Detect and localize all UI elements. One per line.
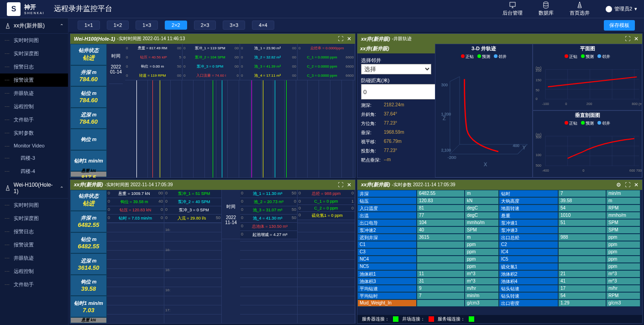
chevron-up-icon: ⌃ — [60, 23, 63, 28]
grid-layout-button[interactable]: 2×3 — [194, 21, 216, 30]
sidebar-item[interactable]: 远程控制 — [0, 100, 68, 113]
close-icon[interactable]: ✕ — [634, 182, 639, 188]
grid-layout-button[interactable]: 3×3 — [223, 21, 245, 30]
svg-text:300: 300 — [535, 135, 541, 139]
table-row: 出温77degC悬重1010mmho/m — [357, 212, 642, 219]
sidebar-item[interactable]: 报警设置 — [0, 73, 68, 87]
sidebar-item[interactable]: 远程控制 — [0, 265, 68, 278]
info-row: 垂深:1968.59m — [361, 130, 431, 136]
panel-realtime-time-2: xx井(新井眼) -实时时间图 2022-11-14 17:05:39 ⛶ ✕ … — [70, 179, 356, 324]
nav-select-well[interactable]: 首页选井 — [570, 1, 590, 16]
table-row: 池体积331m^3池体积441m^3 — [357, 278, 642, 285]
grid-layout-button[interactable]: 2×2 — [165, 21, 187, 30]
sidebar-item[interactable]: 报警日志 — [0, 225, 68, 238]
param-label: 钻位 m6482.55 — [70, 232, 107, 254]
sidebar-item[interactable]: 四楼-3 — [0, 152, 68, 165]
param-label: 井深 m6482.55 — [70, 211, 107, 232]
svg-text:800 (m): 800 (m) — [632, 102, 642, 106]
sidebar-item[interactable]: Monitor Video — [0, 140, 68, 152]
chart-plan-view[interactable]: 平面图 正钻预测邻井 (m) 250150500 -1000200800 (m) — [533, 44, 642, 110]
sidebar-item[interactable]: 文件助手 — [0, 278, 68, 291]
sidebar-item[interactable]: 实时深度图 — [0, 47, 68, 60]
app-title: 远程录井监控平台 — [54, 4, 112, 14]
table-row: 池体积111m^3池体积221m^3 — [357, 270, 642, 278]
expand-icon[interactable]: ⛶ — [338, 182, 343, 188]
grid-layout-button[interactable]: 1×2 — [107, 21, 129, 30]
svg-text:150: 150 — [535, 78, 541, 82]
param-label: 井深 m784.60 — [70, 65, 107, 87]
user-menu[interactable]: 管理员2 ▾ — [606, 5, 637, 12]
neighbor-select[interactable]: 选择 — [361, 64, 431, 74]
strip-chart[interactable]: 0悬重 = 1009.7 kN000钩位 = 39.58 m400钻压 = 12… — [107, 190, 355, 324]
sidebar-item[interactable]: 报警日志 — [0, 60, 68, 73]
panel-header: xx井(新井眼) -实时时间图 2022-11-14 17:05:39 ⛶ ✕ — [70, 180, 355, 190]
svg-point-1 — [544, 2, 548, 4]
nav-admin[interactable]: 后台管理 — [503, 1, 523, 16]
param-label: 悬重 kN — [70, 317, 107, 323]
grid-layout-button[interactable]: 1×3 — [136, 21, 158, 30]
svg-text:100: 100 — [535, 153, 541, 157]
table-row: NC4ppmIC5ppm — [357, 256, 642, 263]
expand-icon[interactable]: ⛶ — [625, 182, 630, 188]
expand-icon[interactable]: ⛶ — [338, 36, 343, 42]
sidebar-item[interactable]: 四楼-4 — [0, 165, 68, 178]
param-label: 钻井状态钻进 — [70, 44, 107, 65]
collision-dist-label: 防碰距离(米) — [361, 77, 431, 84]
sidebar-item[interactable]: 实时参数 — [0, 126, 68, 140]
logo-icon: S — [7, 2, 21, 16]
close-icon[interactable]: ✕ — [347, 36, 351, 42]
neighbor-label: 选择邻井 — [361, 57, 431, 64]
gear-icon[interactable]: ⚙ — [616, 182, 621, 188]
sidebar-item[interactable]: 文件助手 — [0, 113, 68, 126]
expand-icon[interactable]: ⛶ — [625, 36, 630, 42]
sidebar-item[interactable]: 实时时间图 — [0, 34, 68, 47]
logo: S 神开 SHENKAI — [7, 2, 45, 16]
rig-icon — [576, 1, 583, 9]
svg-text:250: 250 — [535, 68, 541, 73]
sidebar-group[interactable]: Wei-H100(Hole-1)⌃ — [0, 178, 68, 199]
param-labels: 钻井状态钻进井深 m6482.55钻位 m6482.55迟深 m3614.50钩… — [70, 190, 107, 324]
svg-text:1,200: 1,200 — [441, 112, 451, 116]
nav-database[interactable]: 数据库 — [539, 1, 554, 16]
param-label: 悬重 kN817.5 — [70, 171, 107, 177]
monitor-icon — [509, 1, 516, 9]
sidebar-item[interactable]: 实时时间图 — [0, 199, 68, 212]
table-row: 出口电导104mmho/m泵冲速151SPM — [357, 219, 642, 226]
param-label: 钻时1 min/m7.03 — [70, 296, 107, 317]
table-row: 入口温度81degC地面转速54RPM — [357, 204, 642, 212]
sidebar: xx井(新井眼)⌃实时时间图实时深度图报警日志报警设置井眼轨迹远程控制文件助手实… — [0, 18, 68, 325]
close-icon[interactable]: ✕ — [347, 182, 351, 188]
svg-text:200: 200 — [586, 102, 592, 106]
sidebar-item[interactable]: 实时深度图 — [0, 212, 68, 225]
grid-toolbar: 1×11×21×32×22×33×34×4保存模板 — [68, 18, 644, 32]
logo-text: 神开 — [24, 3, 45, 11]
svg-text:-400: -400 — [542, 168, 549, 173]
chart-3d-trajectory[interactable]: 3-D 井轨迹 正钻预测邻井 -200 X Z Y — [435, 44, 533, 178]
svg-text:0: 0 — [582, 168, 584, 173]
strip-chart[interactable]: 0悬重 = 817.49 RM000钻压 = 40.56 kIP50钩位 = 0… — [125, 44, 355, 178]
svg-text:-100: -100 — [542, 102, 549, 106]
info-row: 井斜角:37.64° — [361, 111, 431, 118]
svg-text:Y: Y — [523, 145, 526, 150]
param-label: 钻位 m784.60 — [70, 86, 107, 108]
table-row: 井深6482.55m钻时7min/m — [357, 190, 642, 197]
chart-vertical-section[interactable]: 垂直剖面图 正钻预测邻井 (m) 300100500 -4000600 700 … — [533, 110, 642, 177]
sidebar-group[interactable]: xx井(新井眼)⌃ — [0, 18, 68, 34]
panel-header: xx井(新井眼) -实时参数 2022-11-14 17:05:39 ⚙ ⛶ ✕ — [357, 180, 642, 190]
time-axis: 时间202211-14 — [222, 190, 240, 324]
param-labels: 钻井状态钻进井深 m784.60钻位 m784.60迟深 m784.60钩位 m… — [70, 44, 107, 178]
sidebar-item[interactable]: 井眼轨迹 — [0, 252, 68, 265]
params-table: 井深6482.55m钻时7min/m钻压120.83kN大钩高度39.58m入口… — [357, 190, 642, 315]
collision-dist-input[interactable] — [361, 84, 443, 100]
save-template-button[interactable]: 保存模板 — [604, 20, 635, 31]
status-field-indicator — [429, 316, 434, 322]
panel-header: Wei-H100(Hole-1) -实时时间图 2022-01-14 11:46… — [70, 34, 355, 44]
info-row: 方位角:77.23° — [361, 121, 431, 127]
sidebar-item[interactable]: 报警设置 — [0, 238, 68, 252]
grid-layout-button[interactable]: 1×1 — [78, 21, 100, 30]
well-name: xx井(新井眼) — [357, 44, 435, 53]
sidebar-item[interactable]: 井眼轨迹 — [0, 87, 68, 100]
close-icon[interactable]: ✕ — [634, 36, 639, 42]
svg-text:-200: -200 — [448, 155, 456, 160]
grid-layout-button[interactable]: 4×4 — [252, 21, 274, 30]
